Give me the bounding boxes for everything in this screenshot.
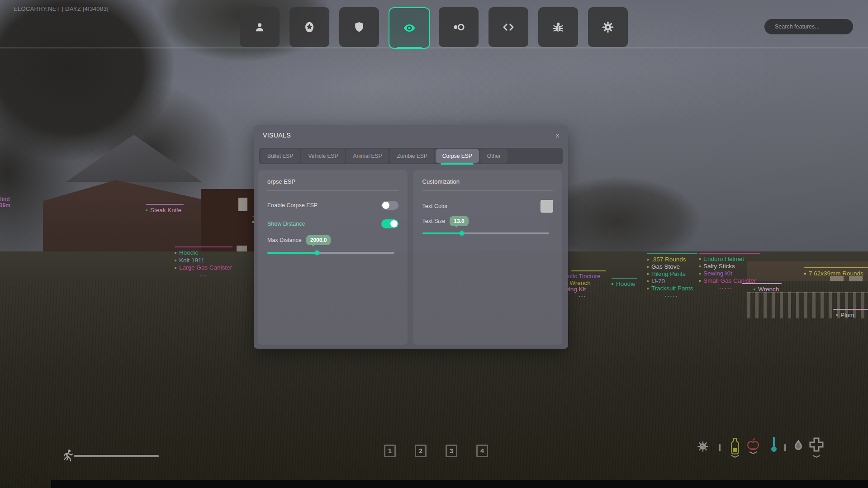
esp-box-edge	[647, 253, 697, 254]
esp-label: Gas Stove	[647, 263, 697, 270]
hud-divider	[784, 444, 786, 451]
esp-dot	[146, 209, 147, 211]
esp-box-edge	[742, 283, 782, 284]
tab-corpse-esp[interactable]: Corpse ESP	[436, 149, 479, 163]
esp-dot	[175, 267, 176, 269]
setting-label: Show Distance	[267, 221, 305, 227]
esp-label: .357 Rounds	[647, 256, 697, 263]
hotbar-slot-2[interactable]: 2	[415, 445, 427, 457]
visuals-panel: VISUALS x Bullet ESP Vehicle ESP Animal …	[254, 125, 568, 349]
esp-label: e Wrench	[564, 280, 606, 287]
enable-corpse-esp-toggle[interactable]	[381, 201, 398, 210]
show-distance-row: Show Distance	[267, 219, 398, 228]
esp-dot	[647, 273, 649, 275]
code-icon	[502, 20, 515, 34]
watermark: ELOCARRY.NET | DAYZ [4f34083]	[14, 5, 109, 12]
hotbar-slot-1[interactable]: 1	[384, 445, 396, 457]
setting-label: Text Size	[422, 218, 446, 224]
card-title: Customization	[422, 178, 554, 185]
tab-zombie-esp[interactable]: Zombie ESP	[390, 149, 434, 163]
esp-label: Large Gas Canister	[175, 264, 232, 272]
max-distance-row: Max Distance 2000.0	[267, 235, 398, 245]
esp-label: Wrench	[754, 286, 782, 294]
esp-label-group: .357 Rounds Gas Stove Hiking Pants IJ-70…	[647, 253, 697, 300]
tab-animal-esp[interactable]: Animal ESP	[346, 149, 389, 163]
esp-more-dots: ···	[175, 272, 232, 280]
esp-box-edge	[612, 278, 637, 279]
slider-value-badge: 13.0	[450, 216, 468, 226]
text-color-row: Text Color	[422, 200, 554, 213]
nav-code-button[interactable]	[489, 7, 528, 47]
toggle-knob	[382, 202, 389, 209]
nav-visuals-button[interactable]	[389, 7, 430, 49]
food-icon	[745, 438, 761, 461]
esp-label: 7.62x39mm Rounds	[804, 270, 868, 278]
esp-dot	[647, 259, 649, 261]
esp-dot	[699, 265, 701, 267]
health-icon	[809, 437, 824, 460]
tab-other[interactable]: Other	[480, 149, 508, 163]
hotbar-slot-3[interactable]: 3	[446, 445, 457, 457]
nav-toggles-button[interactable]	[439, 7, 479, 47]
top-separator	[0, 47, 868, 48]
slider-value-badge: 2000.0	[306, 235, 331, 245]
esp-more-dots: ···	[564, 294, 601, 300]
tab-bullet-esp[interactable]: Bullet ESP	[261, 149, 300, 163]
esp-box-edge	[699, 253, 760, 254]
slider-fill	[267, 252, 317, 254]
slider-fill	[422, 232, 462, 234]
eye-icon	[402, 21, 417, 35]
setting-label: Enable Corpse ESP	[267, 202, 318, 208]
feature-search	[764, 19, 853, 34]
esp-dot	[836, 314, 838, 316]
bottle-icon	[729, 437, 741, 460]
divider	[267, 190, 398, 191]
search-icon	[769, 23, 770, 31]
text-size-slider[interactable]	[422, 232, 550, 234]
nav-debug-button[interactable]	[538, 7, 578, 47]
slider-thumb[interactable]	[315, 251, 319, 255]
esp-label-group: Plum	[833, 309, 868, 319]
nav-player-button[interactable]	[240, 7, 280, 47]
slider-thumb[interactable]	[460, 231, 464, 236]
esp-label: Hiking Pants	[647, 270, 697, 278]
esp-label: Plum	[836, 312, 868, 319]
esp-box-edge	[804, 267, 868, 268]
esp-label: Sewing Kit	[699, 270, 760, 277]
stamina-bar	[74, 455, 159, 457]
hotbar-slot-4[interactable]: 4	[476, 445, 488, 457]
corpse-esp-card: orpse ESP Enable Corpse ESP Show Distanc…	[258, 170, 408, 345]
esp-label-fragment: ilind	[0, 196, 10, 202]
tab-vehicle-esp[interactable]: Vehicle ESP	[301, 149, 345, 163]
toggles-icon	[451, 20, 466, 34]
esp-label-group: 7.62x39mm Rounds	[804, 267, 868, 278]
enable-corpse-esp-row: Enable Corpse ESP	[267, 201, 398, 210]
esp-label-fragment: B9m	[0, 202, 10, 208]
toggle-knob	[390, 220, 398, 227]
esp-label: Enduro Helmet	[699, 256, 760, 263]
panel-header: VISUALS x	[254, 125, 568, 145]
esp-label: Salty Sticks	[699, 263, 760, 270]
close-icon[interactable]: x	[556, 132, 559, 138]
nav-shield-button[interactable]	[339, 7, 379, 47]
esp-label: Tracksuit Pants	[647, 285, 697, 292]
esp-box-edge	[175, 246, 232, 247]
esp-dot	[699, 280, 701, 282]
esp-dot	[699, 273, 701, 275]
esp-dot	[754, 289, 755, 290]
search-input[interactable]	[774, 23, 849, 30]
esp-label: Kolt 1911	[175, 257, 232, 265]
esp-label-group: Hoodie Kolt 1911 Large Gas Canister ···	[175, 246, 232, 280]
runner-icon	[62, 449, 74, 465]
text-color-swatch[interactable]	[541, 200, 553, 213]
nav-settings-button[interactable]	[588, 7, 628, 47]
setting-label: Text Color	[422, 203, 448, 209]
max-distance-slider[interactable]	[267, 252, 394, 254]
esp-dot	[647, 266, 649, 268]
virus-icon	[695, 440, 711, 455]
nav-star-button[interactable]	[289, 7, 329, 47]
esp-box-edge	[833, 309, 868, 310]
divider	[422, 190, 554, 191]
esp-more-dots: ·····	[647, 293, 697, 300]
show-distance-toggle[interactable]	[381, 219, 398, 228]
